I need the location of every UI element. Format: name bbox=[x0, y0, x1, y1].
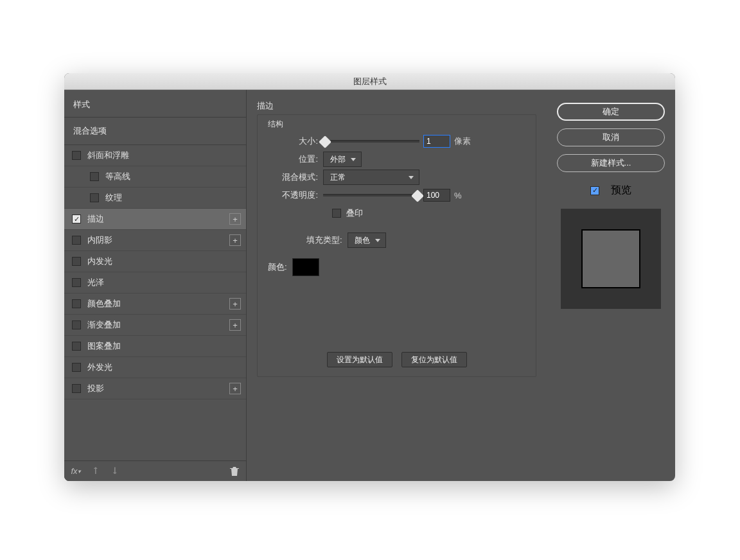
fill-type-dropdown[interactable]: 颜色 bbox=[348, 232, 386, 248]
position-value: 外部 bbox=[330, 154, 346, 165]
style-label: 纹理 bbox=[105, 192, 122, 204]
structure-legend: 结构 bbox=[268, 119, 525, 130]
panel-title: 描边 bbox=[257, 100, 536, 112]
color-row: 颜色: bbox=[268, 258, 525, 276]
layer-style-dialog: 图层样式 样式 混合选项 斜面和浮雕 等高线 纹理 bbox=[64, 73, 675, 481]
checkbox-icon[interactable] bbox=[72, 278, 81, 287]
arrow-down-icon[interactable]: 🠗 bbox=[109, 466, 119, 477]
checkbox-icon[interactable] bbox=[90, 193, 99, 202]
style-row-inner-shadow[interactable]: 内阴影 + bbox=[64, 230, 246, 251]
opacity-row: 不透明度: % bbox=[268, 186, 525, 204]
color-swatch[interactable] bbox=[292, 258, 319, 276]
arrow-up-icon[interactable]: 🠕 bbox=[90, 466, 100, 477]
slider-thumb-icon[interactable] bbox=[319, 136, 331, 148]
blend-mode-dropdown[interactable]: 正常 bbox=[323, 170, 419, 185]
checkbox-icon[interactable] bbox=[90, 172, 99, 181]
opacity-input[interactable] bbox=[423, 189, 450, 202]
checkbox-icon[interactable] bbox=[72, 320, 81, 329]
style-label: 颜色叠加 bbox=[87, 298, 121, 310]
style-label: 图案叠加 bbox=[87, 340, 121, 352]
position-dropdown[interactable]: 外部 bbox=[323, 152, 362, 167]
overprint-label: 叠印 bbox=[346, 207, 363, 219]
style-label: 光泽 bbox=[87, 277, 104, 288]
color-label: 颜色: bbox=[268, 261, 287, 273]
overprint-row: 叠印 bbox=[268, 204, 525, 222]
ok-button[interactable]: 确定 bbox=[557, 103, 665, 121]
preview-checkbox[interactable] bbox=[590, 186, 599, 195]
style-row-pattern-overlay[interactable]: 图案叠加 bbox=[64, 336, 246, 357]
size-label: 大小: bbox=[268, 136, 318, 147]
fill-value: 颜色 bbox=[355, 235, 370, 246]
position-label: 位置: bbox=[268, 153, 318, 165]
fx-icon[interactable]: fx▾ bbox=[71, 466, 81, 477]
preview-thumbnail bbox=[581, 229, 640, 288]
overprint-checkbox[interactable] bbox=[332, 209, 341, 218]
style-row-outer-glow[interactable]: 外发光 bbox=[64, 357, 246, 378]
position-row: 位置: 外部 bbox=[268, 150, 525, 168]
styles-header[interactable]: 样式 bbox=[64, 90, 246, 118]
plus-icon[interactable]: + bbox=[229, 298, 241, 310]
style-row-satin[interactable]: 光泽 bbox=[64, 272, 246, 293]
checkbox-icon[interactable] bbox=[72, 214, 81, 223]
style-label: 描边 bbox=[87, 213, 104, 225]
style-label: 投影 bbox=[87, 383, 104, 394]
style-row-gradient-overlay[interactable]: 渐变叠加 + bbox=[64, 315, 246, 336]
new-style-button[interactable]: 新建样式... bbox=[557, 154, 665, 172]
left-panel: 样式 混合选项 斜面和浮雕 等高线 纹理 描边 + bbox=[64, 90, 247, 481]
style-label: 斜面和浮雕 bbox=[87, 150, 129, 161]
size-input[interactable] bbox=[423, 135, 450, 148]
opacity-label: 不透明度: bbox=[268, 189, 318, 201]
checkbox-icon[interactable] bbox=[72, 363, 81, 372]
plus-icon[interactable]: + bbox=[229, 213, 241, 225]
plus-icon[interactable]: + bbox=[229, 383, 241, 394]
style-row-contour[interactable]: 等高线 bbox=[64, 166, 246, 188]
blend-options-header[interactable]: 混合选项 bbox=[64, 118, 246, 145]
preview-box bbox=[561, 209, 661, 309]
fill-type-label: 填充类型: bbox=[306, 234, 342, 246]
preview-label: 预览 bbox=[611, 184, 631, 197]
style-label: 渐变叠加 bbox=[87, 319, 121, 331]
opacity-unit: % bbox=[454, 191, 462, 200]
style-row-stroke[interactable]: 描边 + bbox=[64, 209, 246, 230]
style-row-texture[interactable]: 纹理 bbox=[64, 188, 246, 209]
reset-default-button[interactable]: 复位为默认值 bbox=[401, 352, 467, 367]
structure-group: 结构 大小: 像素 位置: 外部 混合模式: 正常 不透明度: bbox=[257, 114, 536, 377]
blend-label: 混合模式: bbox=[268, 171, 318, 183]
checkbox-icon[interactable] bbox=[72, 151, 81, 160]
plus-icon[interactable]: + bbox=[229, 234, 241, 246]
size-row: 大小: 像素 bbox=[268, 132, 525, 150]
checkbox-icon[interactable] bbox=[72, 236, 81, 245]
style-list: 斜面和浮雕 等高线 纹理 描边 + 内阴影 + bbox=[64, 145, 246, 460]
plus-icon[interactable]: + bbox=[229, 319, 241, 331]
checkbox-icon[interactable] bbox=[72, 384, 81, 393]
dialog-content: 样式 混合选项 斜面和浮雕 等高线 纹理 描边 + bbox=[64, 90, 675, 481]
checkbox-icon[interactable] bbox=[72, 342, 81, 351]
style-label: 内发光 bbox=[87, 256, 112, 267]
make-default-button[interactable]: 设置为默认值 bbox=[327, 352, 392, 367]
dialog-title: 图层样式 bbox=[353, 76, 387, 86]
slider-thumb-icon[interactable] bbox=[411, 189, 424, 202]
dialog-titlebar[interactable]: 图层样式 bbox=[64, 73, 675, 90]
checkbox-icon[interactable] bbox=[72, 299, 81, 308]
blend-value: 正常 bbox=[330, 172, 346, 183]
middle-panel: 描边 结构 大小: 像素 位置: 外部 混合模式: 正常 bbox=[247, 90, 547, 481]
style-label: 等高线 bbox=[105, 171, 130, 182]
style-row-drop-shadow[interactable]: 投影 + bbox=[64, 378, 246, 399]
size-slider[interactable] bbox=[323, 140, 419, 143]
preview-row: 预览 bbox=[590, 184, 631, 197]
left-toolbar: fx▾ 🠕 🠗 bbox=[64, 460, 246, 481]
style-label: 外发光 bbox=[87, 362, 112, 373]
fill-type-row: 填充类型: 颜色 bbox=[306, 232, 525, 248]
style-row-color-overlay[interactable]: 颜色叠加 + bbox=[64, 293, 246, 315]
defaults-row: 设置为默认值 复位为默认值 bbox=[268, 352, 525, 367]
style-row-bevel[interactable]: 斜面和浮雕 bbox=[64, 145, 246, 166]
style-row-inner-glow[interactable]: 内发光 bbox=[64, 251, 246, 272]
right-panel: 确定 取消 新建样式... 预览 bbox=[547, 90, 675, 481]
trash-icon[interactable] bbox=[229, 466, 240, 477]
opacity-slider[interactable] bbox=[323, 194, 419, 197]
checkbox-icon[interactable] bbox=[72, 257, 81, 266]
cancel-button[interactable]: 取消 bbox=[557, 128, 665, 146]
blend-row: 混合模式: 正常 bbox=[268, 168, 525, 186]
style-label: 内阴影 bbox=[87, 234, 112, 246]
size-unit: 像素 bbox=[454, 136, 471, 147]
